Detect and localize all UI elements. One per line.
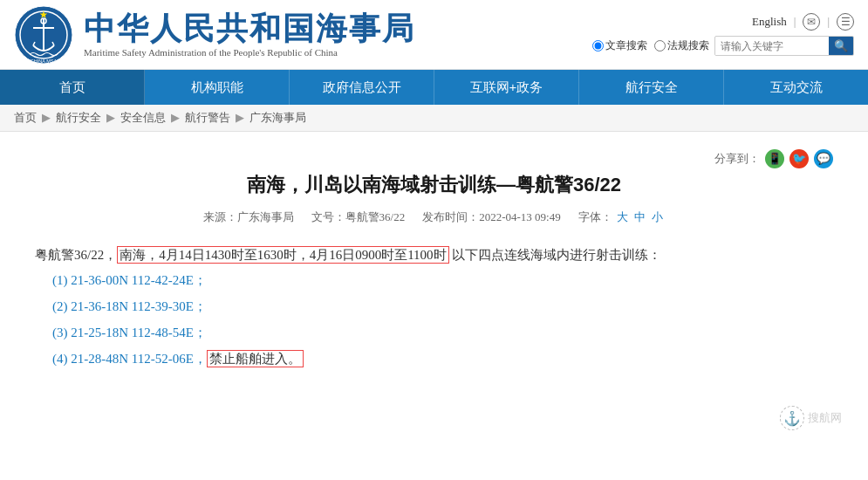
body-suffix: 以下四点连线海域内进行射击训练： <box>449 248 662 262</box>
breadcrumb-nav-safety[interactable]: 航行安全 <box>56 110 101 126</box>
list-text-2: 21-36-18N 112-39-30E； <box>71 299 207 313</box>
site-title-english: Maritime Safety Administration of the Pe… <box>84 47 415 58</box>
content-area: 分享到： 📱 🐦 💬 南海，川岛以南海域射击训练—粤航警36/22 来源：广东海… <box>0 132 868 446</box>
list-item-2: (2) 21-36-18N 112-39-30E； <box>52 293 833 319</box>
main-nav: 首页 机构职能 政府信息公开 互联网+政务 航行安全 互动交流 <box>0 70 868 105</box>
article-title: 南海，川岛以南海域射击训练—粤航警36/22 <box>35 172 833 199</box>
article-meta: 来源：广东海事局 文号：粤航警36/22 发布时间：2022-04-13 09:… <box>35 209 833 225</box>
breadcrumb-safety-info[interactable]: 安全信息 <box>120 110 166 126</box>
list-id-1: (1) <box>52 273 68 287</box>
breadcrumb: 首页 ▶ 航行安全 ▶ 安全信息 ▶ 航行警告 ▶ 广东海事局 <box>0 105 868 132</box>
list-text-3: 21-25-18N 112-48-54E； <box>71 326 207 339</box>
list-item-4: (4) 21-28-48N 112-52-06E，禁止船舶进入。 <box>52 346 833 372</box>
nav-government-info[interactable]: 政府信息公开 <box>290 70 434 105</box>
list-id-2: (2) <box>52 299 68 313</box>
logo-area: CHINA MSA 中华人民共和国海事局 Maritime Safety Adm… <box>14 5 592 65</box>
meta-font-control: 字体： 大 中 小 <box>578 209 666 225</box>
search-button[interactable]: 🔍 <box>829 37 853 55</box>
list-text-1: 21-36-00N 112-42-24E； <box>71 273 207 287</box>
nav-organization[interactable]: 机构职能 <box>145 70 290 105</box>
meta-publish: 发布时间：2022-04-13 09:49 <box>422 209 561 225</box>
logo-image: CHINA MSA <box>14 5 73 65</box>
share-row: 分享到： 📱 🐦 💬 <box>35 149 833 168</box>
breadcrumb-home[interactable]: 首页 <box>14 110 37 126</box>
site-title-chinese: 中华人民共和国海事局 <box>84 11 415 46</box>
header-title-block: 中华人民共和国海事局 Maritime Safety Administratio… <box>84 11 415 58</box>
meta-doc: 文号：粤航警36/22 <box>311 209 406 225</box>
font-mid-btn[interactable]: 中 <box>634 210 646 223</box>
list-item-3: (3) 21-25-18N 112-48-54E； <box>52 319 833 346</box>
article-paragraph-main: 粤航警36/22，南海，4月14日1430时至1630时，4月16日0900时至… <box>35 243 833 268</box>
share-label: 分享到： <box>714 151 760 167</box>
nav-navigation-safety[interactable]: 航行安全 <box>579 70 724 105</box>
breadcrumb-nav-warning[interactable]: 航行警告 <box>185 110 230 126</box>
share-qq-icon[interactable]: 💬 <box>814 149 833 168</box>
breadcrumb-guangdong[interactable]: 广东海事局 <box>249 110 306 126</box>
article-body: 粤航警36/22，南海，4月14日1430时至1630时，4月16日0900时至… <box>35 243 833 373</box>
list-item-1: (1) 21-36-00N 112-42-24E； <box>52 267 833 293</box>
nav-home[interactable]: 首页 <box>0 70 145 105</box>
watermark-text: 搜航网 <box>808 410 842 426</box>
search-area: 文章搜索 法规搜索 🔍 <box>592 36 854 56</box>
body-prefix: 粤航警36/22， <box>35 248 117 262</box>
search-radio-group: 文章搜索 法规搜索 <box>592 38 709 53</box>
share-weibo-icon[interactable]: 🐦 <box>789 149 809 168</box>
radio-article[interactable]: 文章搜索 <box>592 38 647 53</box>
body-highlight: 南海，4月14日1430时至1630时，4月16日0900时至1100时 <box>117 246 448 264</box>
watermark: ⚓ 搜航网 <box>780 406 842 430</box>
search-input[interactable] <box>715 38 829 55</box>
share-wechat-icon[interactable]: 📱 <box>765 149 784 168</box>
watermark-icon: ⚓ <box>780 406 804 430</box>
list-id-3: (3) <box>52 326 68 339</box>
separator2: | <box>827 15 830 29</box>
separator1: | <box>794 15 796 29</box>
list-id-4: (4) <box>52 352 68 366</box>
font-small-btn[interactable]: 小 <box>652 210 663 223</box>
font-large-btn[interactable]: 大 <box>617 210 628 223</box>
header-links: English | ✉ | ☰ <box>752 13 854 31</box>
meta-source: 来源：广东海事局 <box>203 209 294 225</box>
email-icon[interactable]: ✉ <box>803 13 820 31</box>
nav-interaction[interactable]: 互动交流 <box>724 70 868 105</box>
radio-law[interactable]: 法规搜索 <box>654 38 709 53</box>
accessibility-icon[interactable]: ☰ <box>837 13 854 31</box>
search-box: 🔍 <box>714 36 854 56</box>
list-text-4-highlight: 禁止船舶进入。 <box>207 350 304 367</box>
site-header: CHINA MSA 中华人民共和国海事局 Maritime Safety Adm… <box>0 0 868 70</box>
nav-internet-affairs[interactable]: 互联网+政务 <box>434 70 579 105</box>
english-link[interactable]: English <box>752 15 787 29</box>
list-text-4: 21-28-48N 112-52-06E， <box>71 352 207 366</box>
header-right-panel: English | ✉ | ☰ 文章搜索 法规搜索 🔍 <box>592 13 854 56</box>
svg-text:CHINA MSA: CHINA MSA <box>31 58 58 64</box>
